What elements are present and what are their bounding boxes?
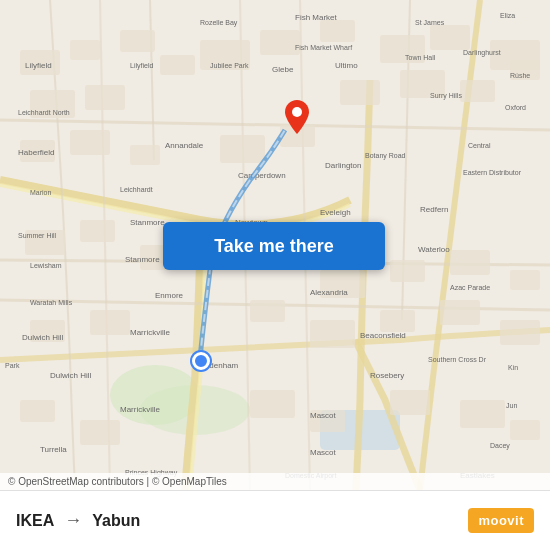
svg-text:Summer Hill: Summer Hill <box>18 232 57 239</box>
svg-rect-15 <box>160 55 195 75</box>
svg-text:Leichhardt North: Leichhardt North <box>18 109 70 116</box>
svg-text:Dulwich Hill: Dulwich Hill <box>50 371 92 380</box>
svg-text:Kin: Kin <box>508 364 518 371</box>
svg-rect-18 <box>320 20 355 42</box>
svg-text:Stanmore: Stanmore <box>125 255 160 264</box>
destination-marker <box>285 100 309 130</box>
svg-text:Marrickville: Marrickville <box>120 405 161 414</box>
svg-rect-12 <box>120 30 155 52</box>
svg-text:Turrella: Turrella <box>40 445 67 454</box>
svg-point-108 <box>292 107 302 117</box>
svg-text:Camperdown: Camperdown <box>238 171 286 180</box>
svg-text:Southern Cross Dr: Southern Cross Dr <box>428 356 487 363</box>
svg-rect-14 <box>85 85 125 110</box>
svg-rect-17 <box>260 30 300 55</box>
take-me-there-button[interactable]: Take me there <box>163 222 385 270</box>
svg-text:Jun: Jun <box>506 402 517 409</box>
svg-text:Fish Market Wharf: Fish Market Wharf <box>295 44 352 51</box>
svg-text:Dulwich Hill: Dulwich Hill <box>22 333 64 342</box>
svg-rect-20 <box>430 25 470 50</box>
svg-rect-51 <box>510 420 540 440</box>
moovit-text: moovit <box>478 513 524 528</box>
svg-rect-50 <box>460 400 505 428</box>
svg-text:Lewisham: Lewisham <box>30 262 62 269</box>
attribution-text: © OpenStreetMap contributors | © OpenMap… <box>8 476 227 487</box>
svg-text:Botany Road: Botany Road <box>365 152 406 160</box>
svg-rect-25 <box>220 135 265 163</box>
svg-text:Redfern: Redfern <box>420 205 448 214</box>
svg-text:Azac Parade: Azac Parade <box>450 284 490 291</box>
svg-rect-39 <box>90 310 130 335</box>
svg-text:Glebe: Glebe <box>272 65 294 74</box>
svg-text:Lilyfield: Lilyfield <box>130 62 153 70</box>
moovit-logo: moovit <box>468 508 534 533</box>
map-container: Lilyfield Rozelle Bay Fish Market St Jam… <box>0 0 550 490</box>
svg-rect-23 <box>70 130 110 155</box>
svg-text:Eliza: Eliza <box>500 12 515 19</box>
svg-text:Ultimo: Ultimo <box>335 61 358 70</box>
svg-text:Eastern Distributor: Eastern Distributor <box>463 169 522 176</box>
svg-text:Rozelle Bay: Rozelle Bay <box>200 19 238 27</box>
take-me-there-label: Take me there <box>214 236 334 257</box>
svg-rect-35 <box>390 260 425 282</box>
svg-text:Dacey: Dacey <box>490 442 510 450</box>
svg-text:Jubilee Park: Jubilee Park <box>210 62 249 69</box>
svg-text:Annandale: Annandale <box>165 141 204 150</box>
svg-text:Mascot: Mascot <box>310 411 337 420</box>
footer-arrow-icon: → <box>64 510 82 531</box>
svg-rect-44 <box>500 320 540 345</box>
svg-rect-11 <box>70 40 100 60</box>
svg-text:Rosebery: Rosebery <box>370 371 404 380</box>
svg-text:Haberfield: Haberfield <box>18 148 54 157</box>
svg-text:Rúshe: Rúshe <box>510 72 530 79</box>
svg-rect-37 <box>510 270 540 290</box>
svg-text:Alexandria: Alexandria <box>310 288 348 297</box>
map-attribution: © OpenStreetMap contributors | © OpenMap… <box>0 473 550 490</box>
svg-rect-36 <box>450 250 490 275</box>
svg-rect-27 <box>340 80 380 105</box>
svg-text:St James: St James <box>415 19 445 26</box>
svg-rect-40 <box>250 300 285 322</box>
svg-text:Darlinghurst: Darlinghurst <box>463 49 501 57</box>
svg-text:Oxford: Oxford <box>505 104 526 111</box>
svg-text:Stanmore: Stanmore <box>130 218 165 227</box>
svg-text:Lilyfield: Lilyfield <box>25 61 52 70</box>
svg-text:Enmore: Enmore <box>155 291 184 300</box>
svg-text:Waterloo: Waterloo <box>418 245 450 254</box>
svg-text:Central: Central <box>468 142 491 149</box>
svg-rect-24 <box>130 145 160 165</box>
origin-marker <box>192 352 210 370</box>
svg-text:Waratah Mills: Waratah Mills <box>30 299 73 306</box>
svg-rect-43 <box>440 300 480 325</box>
svg-rect-49 <box>390 390 430 415</box>
svg-rect-45 <box>20 400 55 422</box>
svg-text:Marrickville: Marrickville <box>130 328 171 337</box>
svg-text:Beaconsfield: Beaconsfield <box>360 331 406 340</box>
svg-rect-29 <box>460 80 495 102</box>
svg-rect-42 <box>380 310 415 332</box>
svg-rect-32 <box>80 220 115 242</box>
svg-rect-41 <box>310 320 355 348</box>
footer-bar: IKEA → Yabun moovit <box>0 490 550 550</box>
svg-text:Leichhardt: Leichhardt <box>120 186 153 193</box>
svg-rect-47 <box>250 390 295 418</box>
svg-text:Park: Park <box>5 362 20 369</box>
svg-text:Eveleigh: Eveleigh <box>320 208 351 217</box>
footer-destination: Yabun <box>92 512 140 530</box>
svg-text:Surry Hills: Surry Hills <box>430 92 462 100</box>
footer-origin: IKEA <box>16 512 54 530</box>
svg-text:Marion: Marion <box>30 189 52 196</box>
svg-rect-46 <box>80 420 120 445</box>
svg-text:Town Hall: Town Hall <box>405 54 436 61</box>
svg-text:Mascot: Mascot <box>310 448 337 457</box>
svg-text:Fish Market: Fish Market <box>295 13 338 22</box>
svg-text:Darlington: Darlington <box>325 161 361 170</box>
